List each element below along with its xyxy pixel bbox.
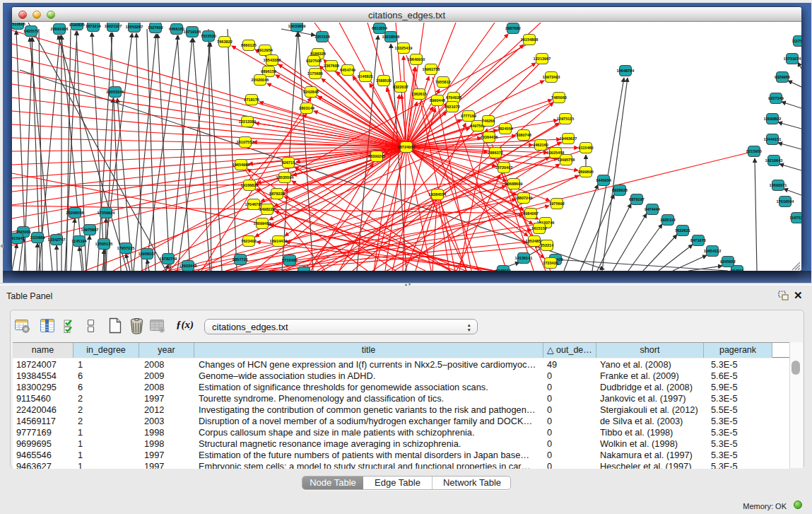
- svg-text:7632621: 7632621: [675, 228, 690, 233]
- svg-text:15751074: 15751074: [784, 57, 801, 61]
- svg-text:13535594: 13535594: [276, 175, 295, 180]
- svg-text:16914479: 16914479: [270, 239, 288, 243]
- svg-text:16154808: 16154808: [521, 37, 539, 42]
- svg-text:7623402: 7623402: [241, 239, 257, 243]
- svg-text:6794028: 6794028: [446, 95, 461, 100]
- svg-text:16099489: 16099489: [254, 221, 271, 226]
- svg-text:1733426: 1733426: [543, 261, 558, 265]
- svg-text:6466160: 6466160: [169, 27, 184, 31]
- svg-text:1145194: 1145194: [71, 239, 87, 243]
- svg-text:2935114: 2935114: [660, 218, 676, 222]
- svg-text:1405572: 1405572: [23, 29, 39, 33]
- svg-text:12213967: 12213967: [534, 57, 551, 61]
- svg-text:9227349: 9227349: [768, 96, 784, 100]
- svg-text:3175685: 3175685: [307, 71, 323, 76]
- svg-text:16107552: 16107552: [237, 140, 254, 144]
- svg-text:18300295: 18300295: [368, 154, 386, 158]
- svg-text:10654112: 10654112: [704, 249, 722, 253]
- svg-text:2367608: 2367608: [324, 64, 339, 68]
- svg-text:9329966: 9329966: [775, 75, 790, 79]
- svg-text:17016504: 17016504: [777, 199, 795, 204]
- svg-text:2510605: 2510605: [12, 23, 25, 26]
- svg-text:10719185: 10719185: [184, 30, 201, 34]
- svg-text:1115689: 1115689: [30, 235, 45, 240]
- svg-text:17957225: 17957225: [117, 246, 135, 250]
- svg-text:1117530: 1117530: [792, 39, 801, 43]
- svg-text:1873214: 1873214: [86, 24, 102, 28]
- svg-text:7886372: 7886372: [488, 151, 503, 155]
- svg-text:12213389: 12213389: [239, 119, 257, 124]
- svg-text:20691406: 20691406: [51, 27, 69, 31]
- svg-text:8878332: 8878332: [269, 192, 285, 196]
- svg-text:3824554: 3824554: [498, 127, 514, 131]
- svg-text:15720407: 15720407: [495, 165, 513, 170]
- svg-text:16033809: 16033809: [288, 24, 306, 28]
- svg-text:2987682: 2987682: [505, 26, 521, 30]
- svg-text:8454749: 8454749: [340, 68, 355, 72]
- svg-text:10973493: 10973493: [543, 75, 560, 79]
- svg-text:1362615: 1362615: [411, 92, 427, 96]
- svg-text:746266: 746266: [482, 119, 495, 123]
- svg-text:8660125: 8660125: [241, 43, 257, 47]
- svg-text:9777169: 9777169: [461, 114, 476, 118]
- svg-text:10553287: 10553287: [126, 25, 143, 29]
- svg-text:12923448: 12923448: [180, 264, 197, 268]
- svg-text:20206558: 20206558: [66, 211, 84, 215]
- svg-text:924501: 924501: [731, 269, 744, 271]
- svg-text:10975887: 10975887: [81, 228, 99, 232]
- svg-text:15692971: 15692971: [770, 183, 787, 187]
- svg-text:7515520: 7515520: [201, 34, 216, 38]
- svg-text:2718176: 2718176: [244, 98, 259, 102]
- svg-text:7357224: 7357224: [314, 35, 331, 39]
- svg-text:9190825: 9190825: [69, 23, 85, 27]
- svg-text:3498222: 3498222: [259, 207, 275, 211]
- svg-text:3915941: 3915941: [12, 236, 25, 240]
- svg-text:1167534: 1167534: [789, 216, 801, 220]
- svg-text:19463627: 19463627: [560, 136, 577, 141]
- svg-text:7663822: 7663822: [217, 40, 233, 44]
- svg-text:22420046: 22420046: [252, 78, 269, 82]
- svg-text:8215955: 8215955: [746, 149, 762, 153]
- svg-text:7485063: 7485063: [551, 95, 567, 100]
- svg-text:2803144: 2803144: [299, 106, 315, 110]
- svg-text:1615152: 1615152: [531, 226, 547, 230]
- svg-text:12093822: 12093822: [764, 117, 782, 121]
- svg-text:8938928: 8938928: [612, 188, 628, 192]
- svg-text:19218506: 19218506: [382, 35, 400, 39]
- svg-text:19384554: 19384554: [429, 192, 447, 197]
- svg-text:7955812: 7955812: [435, 80, 451, 84]
- svg-text:17359924: 17359924: [98, 211, 116, 215]
- svg-text:9242848: 9242848: [303, 90, 319, 94]
- svg-text:13495758: 13495758: [558, 158, 575, 162]
- svg-text:9699695: 9699695: [578, 170, 594, 174]
- svg-text:9245012: 9245012: [495, 269, 511, 271]
- svg-text:18807249: 18807249: [515, 196, 533, 200]
- svg-text:16648784: 16648784: [617, 69, 635, 73]
- svg-text:8990448: 8990448: [430, 98, 445, 103]
- svg-text:16961758: 16961758: [423, 67, 440, 71]
- svg-text:8322037: 8322037: [393, 85, 408, 89]
- svg-text:6879197: 6879197: [629, 197, 645, 201]
- svg-text:16543382: 16543382: [264, 58, 281, 62]
- svg-text:16782759: 16782759: [160, 257, 177, 261]
- svg-text:18724007: 18724007: [398, 145, 416, 149]
- svg-text:8813054: 8813054: [372, 26, 388, 30]
- svg-text:10688609: 10688609: [505, 182, 523, 186]
- svg-text:16210643: 16210643: [765, 158, 783, 163]
- svg-text:12975115: 12975115: [557, 117, 575, 121]
- svg-text:17046798: 17046798: [245, 202, 263, 206]
- svg-text:13325419: 13325419: [395, 46, 413, 50]
- svg-text:12505135: 12505135: [95, 242, 113, 246]
- svg-text:1440954: 1440954: [596, 178, 612, 182]
- svg-text:8912954: 8912954: [257, 48, 273, 52]
- svg-text:10958107: 10958107: [139, 252, 156, 256]
- svg-text:1080748: 1080748: [516, 133, 531, 137]
- svg-text:1975692: 1975692: [549, 201, 565, 206]
- svg-text:9327508: 9327508: [306, 59, 322, 63]
- svg-text:1065934: 1065934: [296, 270, 312, 271]
- svg-text:252214: 252214: [541, 243, 555, 247]
- svg-text:8471676: 8471676: [690, 238, 706, 243]
- svg-text:9084067: 9084067: [523, 211, 539, 216]
- svg-text:9857721: 9857721: [233, 257, 248, 262]
- svg-text:19654985: 19654985: [233, 163, 250, 167]
